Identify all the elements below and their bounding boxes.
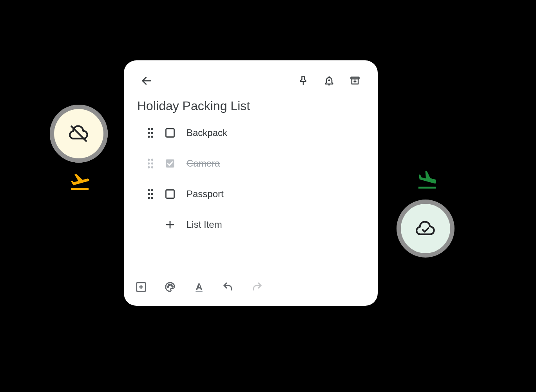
pin-button[interactable]	[294, 71, 313, 90]
note-toolbar	[132, 278, 266, 296]
cloud-off-badge	[50, 105, 108, 163]
svg-point-17	[151, 158, 153, 161]
svg-point-20	[148, 166, 150, 169]
archive-icon	[349, 75, 360, 86]
drag-handle[interactable]	[145, 158, 156, 169]
checkbox-unchecked[interactable]	[165, 127, 176, 138]
svg-point-25	[148, 193, 150, 195]
svg-point-9	[148, 128, 150, 130]
archive-button[interactable]	[346, 71, 364, 90]
add-list-item[interactable]: List Item	[137, 215, 364, 234]
pin-icon	[298, 75, 309, 86]
note-title[interactable]: Holiday Packing List	[137, 99, 364, 113]
svg-point-16	[148, 158, 150, 161]
cloud-off-icon	[69, 124, 89, 143]
flight-takeoff-icon	[69, 171, 91, 194]
undo-button[interactable]	[219, 278, 237, 296]
svg-point-18	[148, 162, 150, 165]
flight-land-icon	[416, 169, 438, 193]
note-card: Holiday Packing List Backpack Camera Pas…	[124, 60, 378, 306]
svg-point-14	[151, 136, 153, 138]
svg-point-27	[148, 197, 150, 199]
bell-plus-icon	[324, 75, 335, 86]
drag-icon	[147, 158, 154, 169]
checkbox-checked[interactable]	[165, 158, 176, 169]
svg-point-35	[167, 286, 168, 287]
checklist-item: Passport	[137, 185, 364, 203]
svg-point-10	[151, 128, 153, 130]
undo-icon	[222, 281, 234, 293]
svg-rect-15	[166, 129, 174, 137]
add-item-placeholder: List Item	[187, 219, 222, 230]
svg-point-38	[172, 286, 173, 287]
redo-icon	[251, 281, 263, 293]
checklist-item-label[interactable]: Backpack	[187, 127, 227, 138]
checklist-item-label[interactable]: Camera	[187, 158, 220, 169]
palette-icon	[164, 281, 176, 293]
note-header	[137, 71, 364, 90]
svg-point-13	[148, 136, 150, 138]
svg-point-36	[168, 284, 170, 285]
svg-point-37	[171, 284, 172, 285]
svg-point-24	[151, 189, 153, 191]
svg-rect-29	[166, 190, 174, 198]
svg-point-11	[148, 132, 150, 134]
svg-point-23	[148, 189, 150, 191]
svg-rect-22	[166, 160, 174, 168]
cloud-done-icon	[416, 219, 435, 238]
reminder-button[interactable]	[320, 71, 339, 90]
svg-point-28	[151, 197, 153, 199]
checklist-item: Backpack	[137, 123, 364, 142]
drag-handle[interactable]	[145, 189, 156, 200]
arrow-back-icon	[141, 75, 152, 87]
svg-rect-39	[196, 291, 203, 292]
text-format-icon	[193, 281, 205, 293]
redo-button	[248, 278, 266, 296]
back-button[interactable]	[137, 71, 156, 90]
drag-icon	[147, 127, 154, 138]
drag-handle[interactable]	[145, 127, 156, 138]
svg-point-21	[151, 166, 153, 169]
svg-point-26	[151, 193, 153, 195]
drag-icon	[147, 189, 154, 200]
add-box-icon	[135, 281, 147, 293]
plus-icon	[165, 220, 176, 230]
palette-button[interactable]	[161, 278, 179, 296]
svg-point-19	[151, 162, 153, 165]
svg-rect-7	[351, 77, 359, 79]
svg-point-12	[151, 132, 153, 134]
cloud-done-badge	[397, 200, 455, 258]
add-button[interactable]	[132, 278, 150, 296]
checklist-item: Camera	[137, 154, 364, 173]
checklist-item-label[interactable]: Passport	[187, 189, 224, 200]
checkbox-unchecked[interactable]	[165, 189, 176, 200]
checkbox-icon	[165, 189, 176, 200]
checkbox-checked-icon	[165, 158, 176, 169]
text-format-button[interactable]	[190, 278, 208, 296]
checkbox-icon	[165, 127, 176, 138]
